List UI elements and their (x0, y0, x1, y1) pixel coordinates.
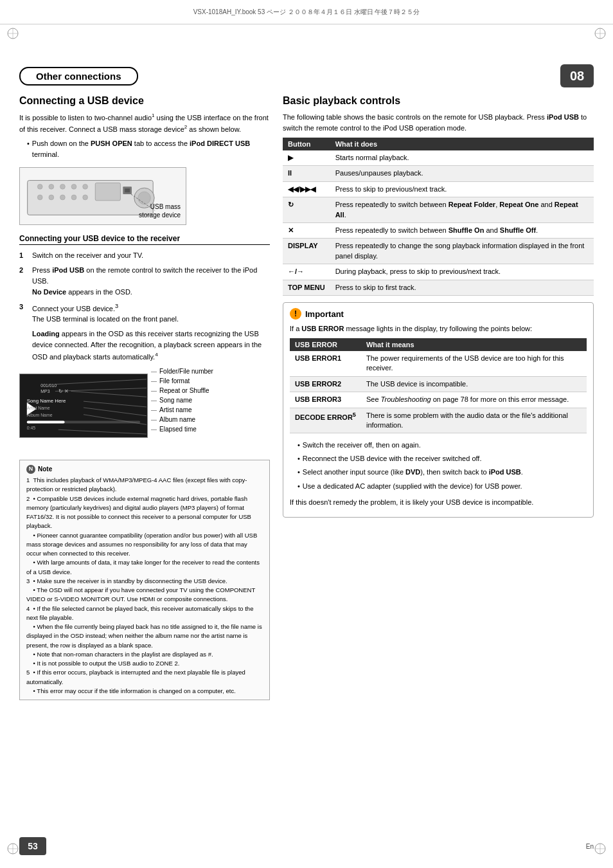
note-text-7: 4 • If the file selected cannot be playe… (26, 604, 263, 623)
note-label: Note (38, 464, 52, 474)
step-1-content: Switch on the receiver and your TV. (32, 250, 270, 261)
remedy-4-text: Use a dedicated AC adapter (supplied wit… (303, 481, 522, 492)
osd-label-4: Song name (151, 396, 213, 405)
remedy-2: Reconnect the USB device with the receiv… (298, 453, 587, 464)
loading-text: Loading appears in the OSD as this recei… (32, 329, 270, 362)
important-box: ! Important If a USB ERROR message light… (283, 302, 594, 518)
page-footer: 53 En (19, 837, 594, 855)
action-skip: Press to skip to previous/next track. (330, 181, 594, 197)
osd-line-labels: Folder/File number File format Repeat or… (151, 367, 213, 435)
note-text-8: • When the file currently being played b… (26, 622, 263, 650)
note-text-1: 1 This includes playback of WMA/MP3/MPEG… (26, 476, 263, 494)
important-label: Important (305, 309, 344, 319)
intro-text1: It is possible to listen to two-channel … (19, 114, 152, 122)
basic-table-head: Button What it does (283, 138, 594, 150)
note-text-12: • This error may occur if the title info… (26, 687, 263, 696)
svg-point-13 (37, 184, 42, 189)
step-1-num: 1 (19, 250, 28, 261)
intro-paragraph: It is possible to listen to two-channel … (19, 112, 270, 134)
osd-label-2: File format (151, 377, 213, 386)
action-shuffle: Press repeatedly to switch between Shuff… (330, 223, 594, 239)
right-column: Basic playback controls The following ta… (283, 95, 594, 817)
note-text-6: • The OSD will not appear if you have co… (26, 586, 263, 604)
btn-play: ▶ (283, 150, 330, 166)
error-1-meaning: The power requirements of the USB device… (361, 351, 587, 376)
chapter-title: Other connections (19, 67, 138, 86)
step-3-num: 3 (19, 302, 28, 325)
table-row: TOP MENU Press to skip to first track. (283, 280, 594, 295)
svg-text:001/010: 001/010 (40, 383, 57, 388)
svg-point-14 (49, 184, 54, 189)
svg-text:Song Name Here: Song Name Here (27, 398, 66, 404)
error-2-code: USB ERROR2 (290, 376, 361, 392)
important-intro: If a USB ERROR message lights in the dis… (290, 323, 587, 334)
table-row: USB ERROR3 See Troubleshooting on page 7… (290, 392, 587, 408)
note-text-4: • With large amounts of data, it may tak… (26, 558, 263, 577)
btn-display: DISPLAY (283, 239, 330, 264)
step-2-content: Press iPod USB on the remote control to … (32, 265, 270, 298)
svg-point-15 (60, 184, 66, 189)
error-3-code: USB ERROR3 (290, 392, 361, 408)
note-text-11: 5 • If this error occurs, playback is in… (26, 668, 263, 687)
svg-text:Artist Name: Artist Name (27, 406, 50, 410)
error-2-meaning: The USB device is incompatible. (361, 376, 587, 392)
remedy-1-text: Switch the receiver off, then on again. (303, 440, 421, 451)
error-header-row: USB ERROR What it means (290, 338, 587, 351)
action-repeat: Press repeatedly to switch between Repea… (330, 197, 594, 223)
col-error-code: USB ERROR (290, 338, 361, 351)
btn-shuffle: ✕ (283, 223, 330, 239)
svg-rect-38 (27, 421, 65, 424)
table-row: DECODE ERROR5 There is some problem with… (290, 408, 587, 433)
osd-label-7: Elapsed time (151, 425, 213, 434)
table-row: ↻ Press repeatedly to switch between Rep… (283, 197, 594, 223)
note-box: N Note 1 This includes playback of WMA/M… (19, 460, 270, 700)
action-leftright: During playback, press to skip to previo… (330, 264, 594, 280)
note-text-10: • It is not possible to output the USB a… (26, 659, 263, 668)
error-3-meaning: See Troubleshooting on page 78 for more … (361, 392, 587, 408)
note-text-5: 3 • Make sure the receiver is in standby… (26, 577, 263, 586)
intro-text3: as shown below. (187, 125, 241, 132)
important-title: ! Important (290, 308, 587, 320)
table-row: DISPLAY Press repeatedly to change the s… (283, 239, 594, 264)
svg-text:Album Name: Album Name (27, 413, 53, 417)
page-locale: En (586, 843, 594, 850)
step-3-content: Connect your USB device.3 The USB termin… (32, 302, 270, 325)
btn-skip: ◀◀/▶▶◀ (283, 181, 330, 197)
col-button: Button (283, 138, 330, 150)
osd-label-6: Album name (151, 415, 213, 424)
chapter-header: Other connections 08 (19, 64, 594, 87)
svg-rect-25 (125, 188, 130, 192)
osd-display-container: 001/010 MP3 ↻ ✕ Song Name Here Artist Na… (19, 367, 238, 451)
note-text-9: • Note that non-roman characters in the … (26, 650, 263, 659)
btn-repeat: ↻ (283, 197, 330, 223)
left-column: Connecting a USB device It is possible t… (19, 95, 270, 817)
osd-svg: 001/010 MP3 ↻ ✕ Song Name Here Artist Na… (20, 374, 147, 437)
action-topmenu: Press to skip to first track. (330, 280, 594, 295)
svg-text:0:45: 0:45 (27, 426, 36, 430)
error-table: USB ERROR What it means USB ERROR1 The p… (290, 338, 587, 433)
basic-table-header-row: Button What it does (283, 138, 594, 150)
device-image: USB massstorage device (19, 167, 186, 225)
table-row: ▶ Starts normal playback. (283, 150, 594, 166)
svg-point-16 (71, 184, 76, 189)
col-action: What it does (330, 138, 594, 150)
table-row: ✕ Press repeatedly to switch between Shu… (283, 223, 594, 239)
basic-controls-table: Button What it does ▶ Starts normal play… (283, 138, 594, 296)
header-bar: VSX-1018AH_IY.book 53 ページ ２００８年４月１６日 水曜日… (0, 0, 613, 24)
step-3: 3 Connect your USB device.3 The USB term… (19, 302, 270, 325)
osd-screen: 001/010 MP3 ↻ ✕ Song Name Here Artist Na… (19, 374, 148, 438)
bullet-text: Push down on the PUSH OPEN tab to access… (32, 138, 270, 160)
remedy-1: Switch the receiver off, then on again. (298, 440, 587, 451)
osd-label-1: Folder/File number (151, 367, 213, 376)
main-section-title: Connecting a USB device (19, 95, 270, 107)
note-title: N Note (26, 464, 263, 474)
svg-text:MP3: MP3 (40, 390, 49, 394)
btn-pause: II (283, 166, 330, 181)
closing-text: If this doesn't remedy the problem, it i… (290, 497, 587, 508)
svg-rect-23 (95, 183, 120, 200)
subsection-title: Connecting your USB device to the receiv… (19, 234, 270, 245)
svg-point-22 (83, 195, 88, 200)
page-number: 53 (19, 837, 46, 855)
basic-table-body: ▶ Starts normal playback. II Pauses/unpa… (283, 150, 594, 295)
table-row: ←/→ During playback, press to skip to pr… (283, 264, 594, 280)
